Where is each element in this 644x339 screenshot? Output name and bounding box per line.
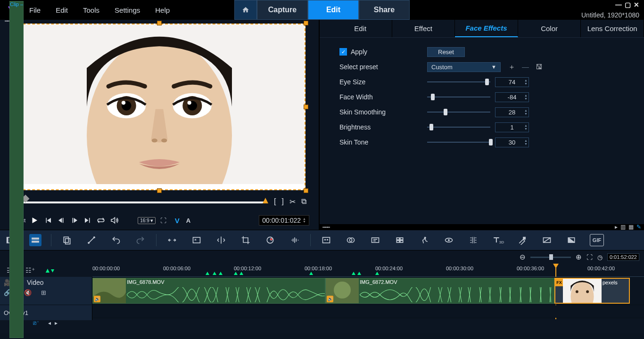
time-ruler[interactable]: 00:00:00:00 00:00:06:00 00:00:12:00 00:0… [92, 264, 644, 277]
brightness-icon[interactable] [565, 234, 578, 246]
fit-icon[interactable] [166, 234, 178, 246]
next-button[interactable] [83, 216, 92, 225]
tl-opt2-icon[interactable]: ☷⁺ [25, 266, 35, 274]
tracking-icon[interactable] [443, 234, 455, 246]
prev-button[interactable] [44, 216, 52, 225]
preview-canvas[interactable]: Video Track [13, 24, 305, 190]
tab-color[interactable]: Color [518, 20, 581, 37]
undo-icon[interactable] [110, 234, 122, 246]
minimize-icon[interactable]: — [615, 1, 622, 8]
scroll-right-icon[interactable]: ▸ [615, 224, 618, 230]
clock-icon[interactable]: ◷ [597, 254, 603, 261]
add-track-icon[interactable]: ⎚⁺ [33, 320, 40, 326]
mask-icon[interactable] [467, 234, 479, 246]
color-wheel-icon[interactable] [264, 234, 276, 246]
copy-clip-icon[interactable]: ⧉ [301, 197, 306, 206]
tl-opt3-icon[interactable]: ▲▾ [44, 266, 54, 274]
motion-icon[interactable] [418, 234, 430, 246]
zoom-out-icon[interactable]: ⊖ [520, 253, 526, 261]
out-marker[interactable] [263, 198, 268, 203]
split-icon[interactable]: ✂ [289, 197, 296, 206]
grid-icon[interactable] [394, 234, 406, 246]
grid-icon[interactable]: ⊞ [41, 289, 46, 296]
v-toggle[interactable]: V [175, 217, 180, 225]
pan-zoom-icon[interactable] [190, 234, 203, 246]
edit-layout-icon[interactable]: ✎ [636, 224, 641, 230]
transition-icon[interactable] [541, 234, 553, 246]
mute-icon[interactable]: 🔇 [24, 289, 32, 296]
reset-button[interactable]: Reset [427, 47, 465, 57]
resize-handle[interactable] [157, 188, 162, 193]
face-width-value[interactable]: -84▲▼ [495, 92, 529, 102]
close-icon[interactable]: ✕ [634, 1, 639, 8]
step-back-button[interactable] [57, 216, 66, 225]
brightness-value[interactable]: 1▲▼ [495, 122, 529, 132]
menu-tools[interactable]: Tools [82, 4, 100, 16]
face-width-slider[interactable] [427, 93, 490, 101]
skin-tone-value[interactable]: 30▲▼ [495, 137, 529, 147]
mark-out-icon[interactable]: ] [282, 197, 284, 206]
volume-button[interactable] [110, 216, 118, 225]
eye-size-value[interactable]: 74▲▼ [495, 77, 529, 87]
tab-edit[interactable]: Edit [329, 20, 392, 37]
audio-icon[interactable] [289, 234, 301, 246]
tab-effect[interactable]: Effect [392, 20, 455, 37]
tools-icon[interactable] [85, 234, 98, 246]
brightness-slider[interactable] [427, 123, 490, 131]
resize-handle[interactable] [304, 105, 308, 109]
media-icon[interactable] [320, 234, 332, 246]
timeline-view-icon[interactable] [29, 234, 41, 246]
scroll-left-icon[interactable]: ◂ [48, 320, 51, 326]
tab-lens-correction[interactable]: Lens Correction [581, 20, 644, 37]
menu-help[interactable]: Help [154, 4, 171, 16]
zoom-in-icon[interactable]: ⊕ [576, 253, 582, 261]
clip-1[interactable]: 🔊 IMG_6878.MOV [92, 278, 325, 304]
gif-icon[interactable]: GIF [590, 234, 604, 246]
menu-file[interactable]: File [28, 4, 41, 16]
skin-smoothing-slider[interactable] [427, 108, 490, 116]
mark-in-icon[interactable]: [ [274, 197, 276, 206]
zoom-slider[interactable] [530, 257, 571, 258]
clip-2[interactable]: 🔊 IMG_6872.MOV [325, 278, 554, 304]
title-icon[interactable] [369, 234, 381, 246]
maximize-icon[interactable]: ▢ [625, 1, 631, 8]
fit-window-icon[interactable]: ⛶ [586, 254, 593, 261]
a-toggle[interactable]: A [186, 217, 190, 224]
save-preset-icon[interactable]: 🖫 [536, 63, 543, 72]
add-preset-icon[interactable]: ＋ [508, 63, 515, 72]
crop-tool-icon[interactable] [239, 234, 252, 246]
overlay-icon[interactable] [345, 234, 357, 246]
mode-share[interactable]: Share [359, 0, 410, 20]
eye-size-slider[interactable] [427, 78, 490, 86]
mode-capture[interactable]: Capture [257, 0, 308, 20]
layout-2-icon[interactable]: ▦ [628, 224, 634, 230]
play-button[interactable] [30, 216, 39, 225]
loop-button[interactable] [97, 216, 105, 225]
timecode-display[interactable]: 00:00:01:022 ▲▼ [259, 215, 309, 226]
chroma-icon[interactable] [516, 234, 528, 246]
menu-edit[interactable]: Edit [55, 4, 69, 16]
menu-settings[interactable]: Settings [114, 4, 141, 16]
redo-icon[interactable] [134, 234, 147, 246]
resize-handle[interactable] [304, 21, 308, 25]
resize-handle[interactable] [304, 188, 308, 193]
split-icon[interactable] [215, 234, 227, 246]
remove-preset-icon[interactable]: — [522, 63, 529, 72]
preset-select[interactable]: Custom▼ [427, 62, 501, 72]
skin-smoothing-value[interactable]: 28▲▼ [495, 107, 529, 117]
resize-handle[interactable] [157, 21, 162, 25]
step-fwd-button[interactable] [70, 216, 79, 225]
clip-3-selected[interactable]: FX pexels [554, 278, 630, 304]
3d-title-icon[interactable]: 3D [492, 234, 504, 246]
layout-1-icon[interactable]: ▥ [620, 224, 626, 230]
home-button[interactable] [234, 0, 257, 20]
mode-edit[interactable]: Edit [308, 0, 359, 20]
scroll-right-icon[interactable]: ▸ [55, 320, 58, 326]
trim-scrubber[interactable] [12, 198, 265, 205]
crop-icon[interactable]: ⛶ [160, 217, 166, 224]
tab-face-effects[interactable]: Face Effects [455, 20, 518, 37]
aspect-ratio[interactable]: 16:9▾ [138, 217, 155, 224]
skin-tone-slider[interactable] [427, 138, 490, 146]
copy-attrs-icon[interactable] [61, 234, 73, 246]
apply-checkbox[interactable]: ✓ [339, 48, 347, 56]
